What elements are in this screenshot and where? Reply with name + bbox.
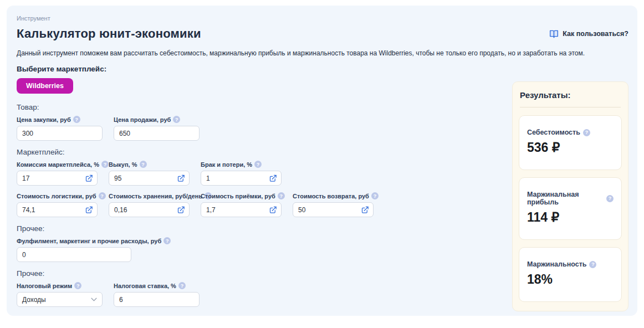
help-icon[interactable]: ? [606, 195, 614, 202]
book-icon [549, 30, 559, 38]
result-card-margin-profit: Маржинальная прибыль ? 114 ₽ [519, 177, 622, 240]
external-link-icon[interactable] [177, 174, 185, 182]
field-label: Брак и потери, % [201, 161, 252, 168]
result-card-marginality: Маржинальность ? 18% [519, 247, 622, 302]
result-value: 536 ₽ [527, 140, 614, 155]
help-icon[interactable]: ? [99, 192, 106, 199]
field-label: Цена продажи, руб [114, 116, 171, 123]
field-sale-price: Цена продажи, руб ? [114, 116, 200, 141]
help-icon[interactable]: ? [163, 237, 171, 244]
results-divider [520, 107, 621, 107]
field-storage-cost: Стоимость хранения, руб/день ? [109, 192, 190, 217]
help-icon[interactable]: ? [101, 161, 109, 168]
external-link-icon[interactable] [269, 206, 277, 214]
tax-regime-value: Доходы [22, 296, 46, 304]
field-purchase-price: Цена закупки, руб ? [17, 116, 103, 141]
section-product: Товар: [17, 103, 503, 111]
external-link-icon[interactable] [85, 206, 93, 214]
result-value: 18% [527, 272, 614, 287]
fulfillment-costs-input[interactable] [17, 247, 131, 262]
page-title: Калькулятор юнит-экономики [17, 27, 201, 41]
field-return-cost: Стоимость возврата, руб ? [293, 192, 374, 217]
field-acceptance-cost: Стоимость приёмки, руб ? [201, 192, 282, 217]
external-link-icon[interactable] [177, 206, 185, 214]
field-label: Налоговая ставка, % [114, 283, 176, 289]
field-fulfillment-costs: Фулфилмент, маркетинг и прочие расходы, … [17, 237, 131, 262]
help-icon[interactable]: ? [589, 261, 596, 268]
section-marketplace: Маркетплейс: [17, 148, 503, 156]
page: Инструмент Калькулятор юнит-экономики Ка… [0, 0, 644, 328]
section-tax: Прочее: [17, 269, 503, 278]
help-icon[interactable]: ? [583, 129, 590, 136]
field-label: Стоимость приёмки, руб [201, 193, 275, 199]
external-link-icon[interactable] [269, 174, 277, 182]
tax-rate-input[interactable] [114, 292, 200, 307]
section-other: Прочее: [17, 224, 503, 233]
field-tax-rate: Налоговая ставка, % ? [114, 282, 200, 307]
result-label: Маржинальность [527, 260, 586, 268]
result-label: Себестоимость [527, 129, 580, 136]
result-value: 114 ₽ [527, 210, 614, 225]
help-icon[interactable]: ? [371, 192, 379, 199]
external-link-icon[interactable] [361, 206, 369, 214]
tool-description: Данный инструмент поможем вам рассчитать… [17, 49, 628, 57]
external-link-icon[interactable] [85, 174, 93, 182]
form-column: Выберите маркетплейс: Wildberries Товар:… [17, 64, 503, 316]
field-defect-loss: Брак и потери, % ? [201, 161, 282, 186]
field-label: Налоговый режим [17, 283, 72, 289]
how-to-use-label: Как пользоваться? [563, 30, 628, 38]
field-label: Цена закупки, руб [17, 116, 71, 123]
field-label: Фулфилмент, маркетинг и прочие расходы, … [17, 238, 161, 244]
calculator-card: Инструмент Калькулятор юнит-экономики Ка… [7, 6, 637, 316]
field-label: Стоимость возврата, руб [293, 193, 369, 199]
help-icon[interactable]: ? [178, 282, 186, 289]
help-icon[interactable]: ? [74, 282, 81, 289]
sale-price-input[interactable] [114, 126, 200, 141]
results-title: Результаты: [520, 90, 621, 100]
chevron-down-icon [91, 298, 97, 301]
field-label: Стоимость хранения, руб/день [109, 193, 202, 199]
field-label: Комиссия маркетплейса, % [17, 161, 99, 168]
field-label: Стоимость логистики, руб [17, 193, 96, 199]
field-tax-regime: Налоговый режим ? Доходы [17, 282, 103, 307]
result-label: Маржинальная прибыль [527, 191, 604, 206]
field-logistics-cost: Стоимость логистики, руб ? [17, 192, 98, 217]
breadcrumb: Инструмент [17, 15, 628, 22]
help-icon[interactable]: ? [254, 161, 262, 168]
wildberries-button[interactable]: Wildberries [17, 78, 73, 94]
tax-regime-select[interactable]: Доходы [17, 292, 103, 307]
help-icon[interactable]: ? [278, 192, 285, 199]
field-commission: Комиссия маркетплейса, % ? [17, 161, 98, 186]
field-buyout: Выкуп, % ? [109, 161, 190, 186]
purchase-price-input[interactable] [17, 126, 103, 141]
help-icon[interactable]: ? [140, 161, 147, 168]
choose-marketplace-label: Выберите маркетплейс: [17, 65, 503, 73]
help-icon[interactable]: ? [73, 116, 80, 123]
results-column: Результаты: Себестоимость ? 536 ₽ Маржин… [512, 64, 628, 316]
field-label: Выкуп, % [109, 161, 137, 168]
how-to-use-link[interactable]: Как пользоваться? [549, 30, 628, 38]
results-panel: Результаты: Себестоимость ? 536 ₽ Маржин… [512, 81, 628, 311]
result-card-cost: Себестоимость ? 536 ₽ [519, 115, 622, 170]
help-icon[interactable]: ? [173, 116, 180, 123]
